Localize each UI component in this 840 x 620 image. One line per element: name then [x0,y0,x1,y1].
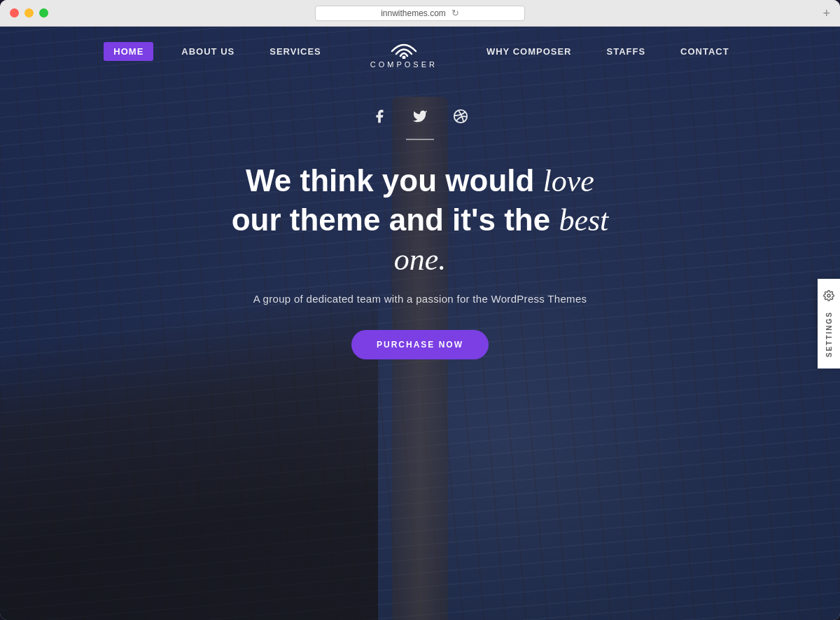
nav-item-why-composer[interactable]: WHY COMPOSER [479,42,579,61]
site-logo[interactable]: COMPOSER [370,34,438,69]
purchase-button[interactable]: PURCHASE NOW [351,330,489,359]
logo-text: COMPOSER [370,60,438,69]
headline-italic-3: one. [394,242,447,277]
hero-content: We think you would love our theme and it… [0,76,840,359]
headline-italic-1: love [543,164,594,198]
mac-window: innwithemes.com ↻ + HOME ABOUT US SERVIC… [0,0,840,620]
titlebar: innwithemes.com ↻ + [0,0,840,27]
hero-subtitle: A group of dedicated team with a passion… [253,293,587,305]
settings-panel[interactable]: SETTINGS [818,278,840,368]
nav-right: WHY COMPOSER STAFFS CONTACT [479,42,736,61]
svg-point-0 [402,55,405,59]
nav-item-staffs[interactable]: STAFFS [599,42,652,61]
settings-label: SETTINGS [825,310,833,357]
minimize-button[interactable] [24,8,34,18]
nav-item-contact[interactable]: CONTACT [673,42,736,61]
nav-left: HOME ABOUT US SERVICES [104,42,328,61]
facebook-icon[interactable] [367,104,392,129]
new-tab-button[interactable]: + [822,7,830,20]
twitter-icon[interactable] [407,104,433,129]
hero-headline: We think you would love our theme and it… [232,161,609,279]
nav-item-services[interactable]: SERVICES [262,42,328,61]
address-bar[interactable]: innwithemes.com ↻ [315,6,525,21]
reload-icon[interactable]: ↻ [451,8,459,18]
navbar: HOME ABOUT US SERVICES COMPOSER WHY COMP… [0,27,840,76]
logo-icon [386,34,421,59]
website: HOME ABOUT US SERVICES COMPOSER WHY COMP… [0,27,840,620]
dribbble-icon[interactable] [448,104,473,129]
url-text: innwithemes.com [381,8,446,18]
maximize-button[interactable] [39,8,48,18]
headline-italic-2: best [559,203,608,237]
window-controls [10,8,48,18]
headline-text-2: our theme and it's the [232,202,559,237]
close-button[interactable] [10,8,19,18]
headline-text-1: We think you would [246,163,543,198]
social-icons [367,104,473,129]
nav-item-about[interactable]: ABOUT US [174,42,241,61]
settings-gear-icon [823,289,834,303]
svg-point-2 [827,294,830,296]
social-divider [406,139,434,140]
nav-item-home[interactable]: HOME [104,42,153,61]
